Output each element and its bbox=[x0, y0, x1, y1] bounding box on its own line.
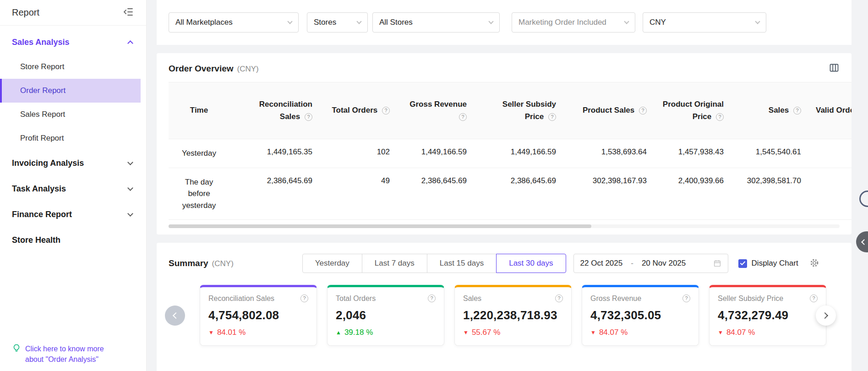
collapse-panel-toggle[interactable] bbox=[856, 231, 868, 252]
summary-title: Summary (CNY) bbox=[169, 258, 234, 268]
carousel-next-button[interactable] bbox=[816, 306, 836, 326]
help-icon[interactable]: ? bbox=[300, 295, 308, 302]
summary-card-reconciliation-sales: Reconciliation Sales ? 4,754,802.08 ▼ 84… bbox=[200, 285, 317, 346]
help-icon[interactable]: ? bbox=[810, 295, 818, 302]
metric-label: Total Orders bbox=[336, 295, 376, 303]
help-icon[interactable]: ? bbox=[382, 107, 390, 115]
cell-value: 2,386,645.69 bbox=[474, 168, 563, 220]
metric-value: 4,732,279.49 bbox=[718, 308, 818, 322]
cell-value-clipped bbox=[808, 168, 852, 220]
sidebar-group-invoicing-analysis[interactable]: Invoicing Analysis bbox=[0, 150, 146, 176]
sidebar-group-finance-report[interactable]: Finance Report bbox=[0, 202, 146, 227]
main-content: All Marketplaces Stores All Stores Marke… bbox=[157, 0, 852, 371]
chevron-left-icon bbox=[173, 312, 179, 318]
metric-value: 4,754,802.08 bbox=[208, 308, 308, 322]
table-row-day-before-yesterday: The day before yesterday 2,386,645.69 49… bbox=[169, 168, 852, 220]
help-icon[interactable]: ? bbox=[555, 295, 563, 302]
tab-last-30-days[interactable]: Last 30 days bbox=[496, 254, 566, 273]
sidebar-item-sales-report[interactable]: Sales Report bbox=[0, 103, 141, 126]
change-percent: 39.18 % bbox=[344, 328, 373, 337]
sidebar-group-store-health[interactable]: Store Health bbox=[0, 227, 146, 253]
trend-up-icon: ▲ bbox=[336, 330, 341, 335]
marketing-order-select[interactable]: Marketing Order Included bbox=[512, 12, 635, 33]
cell-value: 2,386,645.69 bbox=[229, 168, 320, 220]
metric-change: ▼ 84.07 % bbox=[590, 328, 690, 337]
change-percent: 84.07 % bbox=[599, 328, 628, 337]
change-percent: 55.67 % bbox=[472, 328, 500, 337]
marketplace-select[interactable]: All Marketplaces bbox=[169, 12, 299, 33]
help-icon[interactable]: ? bbox=[682, 295, 690, 302]
tab-last-15-days[interactable]: Last 15 days bbox=[427, 254, 497, 273]
trend-down-icon: ▼ bbox=[208, 330, 214, 335]
group-label: Finance Report bbox=[12, 210, 72, 219]
help-icon[interactable]: ? bbox=[459, 113, 467, 121]
store-select[interactable]: All Stores bbox=[372, 12, 500, 33]
item-label: Sales Report bbox=[20, 110, 65, 119]
cell-value: 2,386,645.69 bbox=[397, 168, 474, 220]
metric-change: ▼ 84.01 % bbox=[208, 328, 308, 337]
currency-note: (CNY) bbox=[237, 65, 259, 74]
help-icon[interactable]: ? bbox=[428, 295, 436, 302]
metric-change: ▲ 39.18 % bbox=[336, 328, 436, 337]
chevron-down-icon bbox=[624, 19, 629, 24]
help-icon[interactable]: ? bbox=[548, 113, 556, 121]
column-settings-button[interactable] bbox=[829, 62, 840, 75]
column-header-reconciliation-sales: Reconciliation Sales ? bbox=[229, 82, 320, 139]
column-header-seller-subsidy-price: Seller Subsidy Price ? bbox=[474, 82, 563, 139]
currency-select[interactable]: CNY bbox=[643, 12, 766, 33]
column-header-sales: Sales ? bbox=[731, 82, 808, 139]
store-type-select[interactable]: Stores bbox=[307, 12, 368, 33]
summary-card-seller-subsidy-price: Seller Subsidy Price ? 4,732,279.49 ▼ 84… bbox=[709, 285, 826, 346]
cell-value: 1,449,166.59 bbox=[474, 139, 563, 168]
store-select-value: All Stores bbox=[379, 18, 413, 27]
column-header-time: Time bbox=[169, 82, 229, 139]
order-analysis-help-link[interactable]: Click here to know more about "Order Ana… bbox=[12, 344, 104, 365]
tab-yesterday[interactable]: Yesterday bbox=[302, 254, 362, 273]
date-from: 22 Oct 2025 bbox=[580, 259, 623, 268]
cell-value: 1,449,165.35 bbox=[229, 139, 320, 168]
help-icon[interactable]: ? bbox=[305, 113, 312, 121]
cell-value: 102 bbox=[320, 139, 397, 168]
help-link-line2: about "Order Analysis" bbox=[25, 355, 98, 363]
currency-select-value: CNY bbox=[650, 18, 666, 27]
menu-fold-icon bbox=[123, 6, 134, 19]
chevron-down-icon bbox=[127, 185, 133, 191]
group-label: Store Health bbox=[12, 235, 60, 245]
change-percent: 84.01 % bbox=[217, 328, 246, 337]
collapse-sidebar-button[interactable] bbox=[123, 6, 134, 19]
horizontal-scrollbar-thumb[interactable] bbox=[169, 224, 591, 228]
sidebar-group-sales-analysis[interactable]: Sales Analysis bbox=[0, 29, 146, 55]
metric-label: Gross Revenue bbox=[590, 295, 641, 303]
help-icon[interactable]: ? bbox=[639, 107, 647, 115]
chevron-up-icon bbox=[127, 40, 133, 46]
lightbulb-icon bbox=[12, 344, 21, 355]
date-to: 20 Nov 2025 bbox=[642, 259, 686, 268]
help-icon[interactable]: ? bbox=[793, 107, 801, 115]
chevron-down-icon bbox=[356, 19, 361, 24]
sidebar-header: Report bbox=[0, 0, 146, 26]
active-indicator bbox=[0, 79, 2, 103]
summary-settings-button[interactable] bbox=[809, 258, 819, 269]
carousel-prev-button[interactable] bbox=[165, 306, 185, 326]
help-icon[interactable]: ? bbox=[716, 113, 724, 121]
chevron-left-icon bbox=[861, 239, 867, 245]
metric-change: ▼ 55.67 % bbox=[463, 328, 563, 337]
date-range-picker[interactable]: 22 Oct 2025 - 20 Nov 2025 bbox=[573, 254, 728, 273]
tab-last-7-days[interactable]: Last 7 days bbox=[362, 254, 427, 273]
sidebar-item-profit-report[interactable]: Profit Report bbox=[0, 126, 141, 150]
trend-down-icon: ▼ bbox=[590, 330, 596, 335]
column-header-total-orders: Total Orders ? bbox=[320, 82, 397, 139]
display-chart-checkbox[interactable] bbox=[738, 259, 747, 268]
help-link-text: Click here to know more about "Order Ana… bbox=[25, 344, 104, 365]
trend-down-icon: ▼ bbox=[463, 330, 469, 335]
sidebar-item-store-report[interactable]: Store Report bbox=[0, 55, 141, 79]
group-label: Invoicing Analysis bbox=[12, 158, 84, 168]
summary-card-total-orders: Total Orders ? 2,046 ▲ 39.18 % bbox=[327, 285, 444, 346]
floating-action-button-partial[interactable] bbox=[859, 191, 868, 207]
column-header-valid-orders: Valid Orders ? bbox=[808, 82, 852, 139]
columns-icon bbox=[829, 62, 840, 75]
summary-card-gross-revenue: Gross Revenue ? 4,732,305.05 ▼ 84.07 % bbox=[582, 285, 699, 346]
order-overview-card: Order Overview (CNY) Time bbox=[157, 53, 852, 235]
sidebar-item-order-report[interactable]: Order Report bbox=[0, 79, 141, 103]
sidebar-group-task-analysis[interactable]: Task Analysis bbox=[0, 176, 146, 202]
